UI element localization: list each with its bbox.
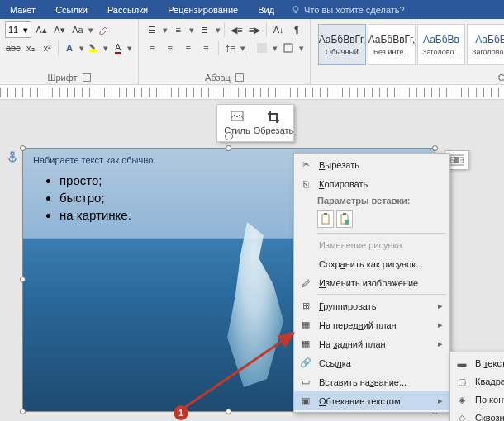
tab-layout[interactable]: Макет bbox=[0, 2, 45, 18]
menu-caption[interactable]: ▭Вставить название... bbox=[294, 372, 449, 391]
indent-button[interactable]: ≡▶ bbox=[246, 21, 263, 38]
overlay-text: Набираете текст как обычно. просто; быст… bbox=[33, 155, 156, 225]
chevron-down-icon[interactable]: ▾ bbox=[88, 21, 94, 38]
menu-group[interactable]: ⊞Группировать▸ bbox=[294, 296, 449, 315]
svg-rect-1 bbox=[89, 50, 97, 52]
bullets-button[interactable]: ☰ bbox=[144, 21, 160, 38]
svg-rect-8 bbox=[324, 213, 327, 215]
subscript-button[interactable]: x₂ bbox=[23, 40, 38, 56]
tab-view[interactable]: Вид bbox=[248, 2, 284, 18]
style-normal[interactable]: АаБбВвГг,Обычный bbox=[318, 24, 366, 65]
justify-button[interactable]: ≡ bbox=[198, 40, 215, 56]
paste-options-header: Параметры вставки: bbox=[294, 193, 449, 208]
anchor-icon bbox=[7, 151, 18, 164]
tab-references[interactable]: Ссылки bbox=[45, 2, 97, 18]
svg-point-0 bbox=[293, 6, 298, 11]
context-menu: ✂ВВырезатьырезать ⎘Копировать Параметры … bbox=[293, 153, 450, 413]
svg-rect-2 bbox=[257, 43, 267, 53]
align-center-button[interactable]: ≡ bbox=[162, 40, 178, 56]
wrap-through[interactable]: ◇Сквозное bbox=[450, 409, 504, 421]
outdent-button[interactable]: ◀≡ bbox=[228, 21, 245, 38]
paragraph-group: ☰▾ ≡▾ ≣▾ ◀≡ ≡▶ A↓ ¶ ≡ ≡ ≡ ≡ ‡≡▾ ▾ ▾ bbox=[139, 19, 311, 84]
borders-button[interactable] bbox=[280, 40, 297, 56]
menu-copy[interactable]: ⎘Копировать bbox=[294, 174, 449, 193]
bullet-item: просто; bbox=[59, 173, 156, 187]
paste-option-2[interactable] bbox=[336, 210, 353, 228]
menu-edit-image[interactable]: 🖉Изменить изображение bbox=[294, 273, 449, 292]
tell-me[interactable]: Что вы хотите сделать? bbox=[284, 2, 411, 18]
wrap-tight[interactable]: ◈По контуру bbox=[450, 390, 504, 409]
document-area: Стиль Обрезать Набираете текст как обычн… bbox=[0, 100, 504, 421]
change-case-button[interactable]: Aa bbox=[69, 21, 86, 38]
shrink-font-button[interactable]: A▾ bbox=[51, 21, 68, 38]
wrap-submenu: ▬В тексте ▢Квадрат ◈По контуру ◇Сквозное… bbox=[449, 352, 504, 421]
style-heading1[interactable]: АаБбВвЗаголово... bbox=[417, 24, 465, 65]
chevron-down-icon: ▾ bbox=[23, 25, 28, 35]
picture-style-icon bbox=[231, 111, 244, 124]
ribbon-tabs: Макет Ссылки Рассылки Рецензирование Вид… bbox=[0, 0, 504, 19]
text-effects-button[interactable]: A bbox=[62, 40, 77, 56]
menu-text-wrap[interactable]: ▣Обтекание текстом▸ bbox=[294, 391, 449, 410]
wrap-inline-icon: ▬ bbox=[454, 358, 470, 368]
svg-rect-3 bbox=[284, 44, 292, 52]
menu-link[interactable]: 🔗Ссылка bbox=[294, 353, 449, 372]
resize-handle[interactable] bbox=[20, 145, 26, 151]
style-heading2[interactable]: АаБбВЗаголово... bbox=[467, 24, 504, 65]
menu-send-back[interactable]: ▦На задний план▸ bbox=[294, 334, 449, 353]
resize-handle[interactable] bbox=[20, 277, 26, 282]
styles-group: АаБбВвГг,Обычный АаБбВвГг,Без инте... Аа… bbox=[311, 19, 504, 84]
resize-handle[interactable] bbox=[20, 409, 26, 414]
align-left-button[interactable]: ≡ bbox=[144, 40, 160, 56]
resize-handle[interactable] bbox=[432, 145, 438, 151]
svg-point-5 bbox=[11, 152, 14, 155]
paste-option-1[interactable] bbox=[317, 210, 334, 228]
shading-button[interactable] bbox=[254, 40, 270, 56]
wrap-square-icon: ▢ bbox=[454, 376, 470, 387]
menu-save-as-picture[interactable]: Сохранить как рисунок... bbox=[294, 254, 449, 273]
bulb-icon bbox=[291, 5, 301, 15]
tell-me-text: Что вы хотите сделать? bbox=[304, 5, 405, 15]
show-marks-button[interactable]: ¶ bbox=[288, 21, 305, 38]
tab-mailings[interactable]: Рассылки bbox=[97, 2, 158, 18]
align-right-button[interactable]: ≡ bbox=[180, 40, 197, 56]
crop-button[interactable]: Обрезать bbox=[256, 107, 291, 139]
bullet-item: быстро; bbox=[59, 191, 156, 205]
svg-rect-6 bbox=[454, 157, 459, 163]
font-color-button[interactable]: A bbox=[111, 40, 126, 56]
tab-review[interactable]: Рецензирование bbox=[158, 2, 248, 18]
style-nospacing[interactable]: АаБбВвГг,Без инте... bbox=[368, 24, 416, 65]
menu-cut[interactable]: ✂ВВырезатьырезать bbox=[294, 155, 449, 174]
clear-format-button[interactable] bbox=[96, 21, 112, 38]
resize-handle[interactable] bbox=[226, 145, 231, 151]
para-launcher[interactable] bbox=[235, 73, 244, 82]
highlight-button[interactable] bbox=[86, 40, 101, 56]
bullet-item: на картинке. bbox=[59, 208, 156, 222]
menu-bring-front[interactable]: ▦На передний план▸ bbox=[294, 315, 449, 334]
ruler[interactable] bbox=[0, 85, 504, 100]
line-spacing-button[interactable]: ‡≡ bbox=[222, 40, 239, 56]
strike-button[interactable]: abc bbox=[5, 40, 21, 56]
wrap-inline[interactable]: ▬В тексте bbox=[450, 354, 504, 372]
styles-group-label: Сти bbox=[498, 73, 504, 83]
annotation-marker-1: 1 bbox=[174, 405, 188, 420]
superscript-button[interactable]: x² bbox=[40, 40, 55, 56]
cut-icon: ✂ bbox=[297, 159, 314, 170]
font-size-input[interactable]: 11▾ bbox=[5, 21, 31, 38]
font-group-label: Шрифт bbox=[47, 73, 77, 83]
svg-rect-7 bbox=[322, 215, 329, 224]
svg-point-11 bbox=[345, 220, 349, 225]
multilevel-button[interactable]: ≣ bbox=[197, 21, 213, 38]
wrap-square[interactable]: ▢Квадрат bbox=[450, 372, 504, 390]
numbering-button[interactable]: ≡ bbox=[170, 21, 187, 38]
edit-icon: 🖉 bbox=[297, 278, 314, 288]
annotation-arrow-1 bbox=[178, 327, 302, 418]
grow-font-button[interactable]: A▴ bbox=[33, 21, 50, 38]
paragraph-group-label: Абзац bbox=[205, 73, 231, 83]
wrap-through-icon: ◇ bbox=[454, 413, 470, 422]
crop-icon bbox=[267, 111, 280, 124]
ribbon: 11▾ A▴ A▾ Aa▾ abc x₂ x² A▾ ▾ A▾ Шрифт ☰▾… bbox=[0, 19, 504, 85]
rotate-handle[interactable] bbox=[225, 132, 233, 140]
layout-icon bbox=[449, 154, 464, 166]
font-launcher[interactable] bbox=[83, 73, 91, 82]
sort-button[interactable]: A↓ bbox=[270, 21, 287, 38]
